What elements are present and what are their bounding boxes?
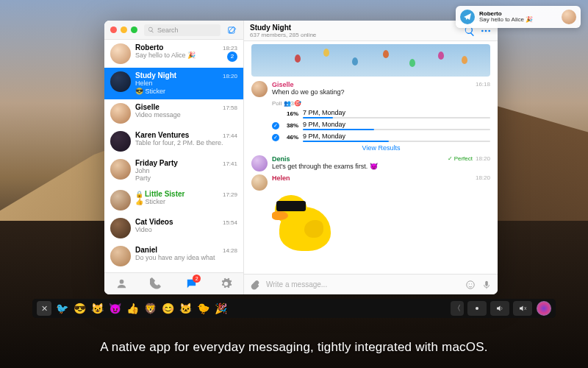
search-icon — [148, 26, 154, 33]
svg-point-9 — [476, 307, 478, 310]
touchbar-brightness[interactable] — [467, 301, 487, 316]
chat-time: 17:29 — [223, 191, 237, 198]
touchbar-sticker[interactable]: 🐱 — [177, 301, 193, 316]
chat-preview: Helen😎 Sticker — [135, 79, 237, 96]
sidebar: Search Roberto18:23Say hello to Alice 🎉2… — [104, 21, 244, 294]
poll-option[interactable]: ✓38%9 PM, Monday — [272, 121, 490, 130]
touchbar-sticker[interactable]: 🎉 — [212, 301, 229, 316]
shared-image[interactable] — [251, 44, 490, 77]
touchbar-sticker[interactable]: 👍 — [124, 301, 140, 316]
chat-list-item[interactable]: Roberto18:23Say hello to Alice 🎉2 — [104, 40, 243, 68]
check-icon: ✓ — [272, 134, 279, 141]
avatar — [110, 43, 131, 64]
minimize-window[interactable] — [121, 26, 127, 33]
mic-icon[interactable] — [481, 280, 492, 290]
poll-question: When do we go skating? — [272, 88, 490, 96]
chat-name: 🔒Little Sister — [135, 190, 184, 198]
svg-rect-8 — [485, 280, 488, 286]
poll-body: Poll 👥3🎯 16%7 PM, Monday✓38%9 PM, Monday… — [272, 100, 490, 152]
svg-rect-0 — [229, 26, 234, 32]
avatar — [110, 71, 131, 92]
chat-list-item[interactable]: Daniel14:28Do you have any idea what — [104, 242, 243, 270]
touchbar-sticker[interactable]: 🐦 — [54, 301, 70, 316]
touchbar-sticker[interactable]: 😺 — [89, 301, 105, 316]
attach-icon[interactable] — [250, 280, 260, 290]
svg-point-5 — [467, 280, 475, 289]
notification-text: Roberto Say hello to Alice 🎉 — [479, 11, 557, 23]
app-window: Search Roberto18:23Say hello to Alice 🎉2… — [104, 21, 498, 294]
chat-list-item[interactable]: Cat Videos15:54Video — [104, 214, 243, 242]
chat-time: 17:41 — [223, 160, 237, 167]
poll-percent: 16% — [284, 110, 298, 117]
system-notification[interactable]: Roberto Say hello to Alice 🎉 — [456, 6, 581, 28]
poll-option[interactable]: ✓46%9 PM, Monday — [272, 132, 490, 142]
duck-sticker[interactable] — [272, 194, 338, 260]
touchbar-sticker[interactable]: 😈 — [107, 301, 123, 316]
chat-name: Roberto — [135, 43, 163, 52]
message-time: 16:18 — [476, 81, 490, 88]
bottom-tabs: 2 — [104, 272, 243, 294]
search-placeholder: Search — [157, 26, 179, 34]
svg-point-1 — [120, 280, 124, 284]
touchbar-siri[interactable] — [537, 301, 551, 316]
chat-name: Friday Party — [135, 159, 178, 167]
message-list: 16:18 Giselle When do we go skating? Pol… — [244, 41, 498, 274]
poll-subtitle: Poll 👥3🎯 — [272, 100, 490, 107]
message-input-bar — [244, 274, 498, 294]
search-input[interactable]: Search — [144, 24, 220, 36]
poll-label: 7 PM, Monday — [303, 109, 490, 116]
poll-option[interactable]: 16%7 PM, Monday — [272, 109, 490, 118]
svg-point-2 — [481, 29, 484, 32]
chat-time: 15:54 — [223, 219, 237, 226]
chat-name: Karen Ventures — [135, 131, 189, 139]
tab-contacts[interactable] — [114, 276, 130, 292]
message: 18:20 ✓ Perfect Denis Let's get through … — [251, 155, 490, 171]
touchbar-sticker[interactable]: 😎 — [71, 301, 87, 316]
chat-preview: Say hello to Alice 🎉2 — [135, 52, 237, 62]
compose-button[interactable] — [227, 25, 237, 35]
chat-time: 14:28 — [223, 247, 237, 254]
chat-time: 18:23 — [223, 45, 237, 52]
chat-preview: Video message — [135, 111, 237, 119]
svg-point-3 — [485, 29, 487, 32]
chat-preview: Table for four, 2 PM. Be there. — [135, 139, 237, 147]
touchbar-sticker[interactable]: 🦁 — [142, 301, 158, 316]
avatar — [110, 218, 131, 238]
touchbar-expand[interactable]: 〈 — [451, 301, 464, 316]
conversation-panel: Study Night 637 members, 285 online 16:1… — [244, 21, 498, 294]
message-time: 18:20 — [476, 155, 490, 162]
emoji-icon[interactable] — [465, 280, 476, 290]
chat-list-item[interactable]: 🔒Little Sister17:29👍 Sticker — [104, 186, 243, 214]
chat-list-item[interactable]: Friday Party17:41JohnParty — [104, 155, 243, 187]
touchbar-sticker[interactable]: 🐤 — [195, 301, 211, 316]
chat-time: 18:20 — [223, 73, 237, 79]
tab-calls[interactable] — [148, 276, 165, 292]
avatar — [110, 246, 131, 266]
chat-list-item[interactable]: Karen Ventures17:44Table for four, 2 PM.… — [104, 127, 243, 155]
touchbar-sticker[interactable]: 😊 — [159, 301, 176, 316]
close-window[interactable] — [110, 26, 117, 33]
tab-settings[interactable] — [218, 276, 234, 292]
chat-list-item[interactable]: Study Night18:20Helen😎 Sticker — [104, 68, 243, 99]
chat-name: Giselle — [135, 103, 159, 111]
avatar — [110, 103, 131, 124]
chat-preview: Video — [135, 226, 237, 234]
chats-badge: 2 — [193, 275, 201, 283]
view-results-button[interactable]: View Results — [272, 144, 490, 152]
avatar — [110, 159, 131, 180]
maximize-window[interactable] — [131, 26, 137, 33]
chat-preview: JohnParty — [135, 167, 237, 183]
chat-preview: Do you have any idea what — [135, 254, 237, 262]
message-input[interactable] — [266, 280, 459, 289]
touchbar-volume[interactable] — [490, 301, 509, 316]
tab-chats[interactable]: 2 — [183, 276, 199, 292]
chat-list-item[interactable]: Giselle17:58Video message — [104, 99, 243, 127]
marketing-caption: A native app for everyday messaging, tig… — [0, 340, 588, 355]
message-text: Let's get through the exams first. 😈 — [272, 163, 490, 170]
avatar — [251, 174, 268, 191]
chat-name: Daniel — [135, 246, 157, 254]
notification-avatar — [562, 10, 576, 24]
touchbar-mute[interactable] — [513, 301, 532, 316]
conversation-title: Study Night — [250, 24, 459, 32]
touchbar-close[interactable]: ✕ — [37, 301, 51, 316]
